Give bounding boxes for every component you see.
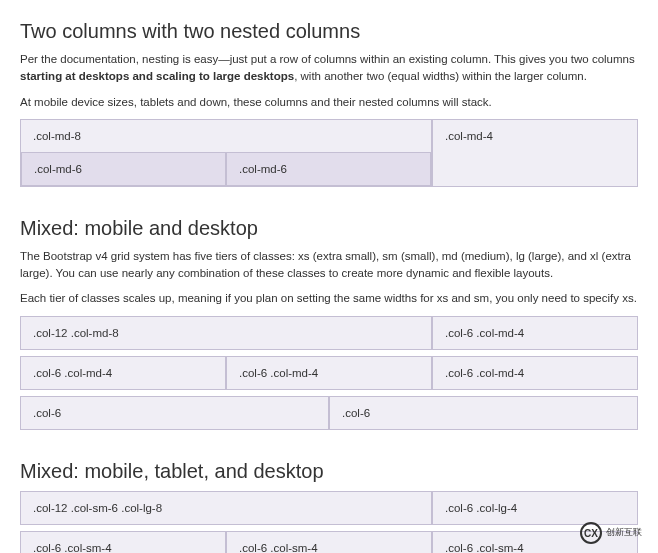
section-description-2: At mobile device sizes, tablets and down…	[20, 94, 638, 111]
column-label: .col-md-4	[445, 130, 493, 142]
column-label: .col-6 .col-md-4	[33, 367, 112, 379]
grid-column: .col-6 .col-md-4	[432, 356, 638, 390]
grid-row: .col-12 .col-sm-6 .col-lg-8 .col-6 .col-…	[20, 491, 638, 525]
nested-grid-row: .col-md-6 .col-md-6	[21, 152, 431, 186]
section-heading: Mixed: mobile and desktop	[20, 217, 638, 240]
grid-row: .col-12 .col-md-8 .col-6 .col-md-4	[20, 316, 638, 350]
section-heading: Two columns with two nested columns	[20, 20, 638, 43]
column-label: .col-md-6	[239, 163, 287, 175]
mixed-mobile-desktop-section: Mixed: mobile and desktop The Bootstrap …	[20, 217, 638, 430]
grid-column: .col-6	[329, 396, 638, 430]
section-description-2: Each tier of classes scales up, meaning …	[20, 290, 638, 307]
column-label: .col-6	[33, 407, 61, 419]
grid-column: .col-6 .col-md-4	[432, 316, 638, 350]
grid-column: .col-12 .col-md-8	[20, 316, 432, 350]
column-label: .col-6 .col-sm-4	[33, 542, 112, 554]
watermark-logo: CX 创新互联	[580, 521, 650, 545]
column-label: .col-md-6	[34, 163, 82, 175]
grid-column: .col-6 .col-sm-4	[226, 531, 432, 554]
grid-column: .col-12 .col-sm-6 .col-lg-8	[20, 491, 432, 525]
grid-row: .col-md-8 .col-md-6 .col-md-6 .col-md-4	[20, 119, 638, 187]
grid-row: .col-6 .col-sm-4 .col-6 .col-sm-4 .col-6…	[20, 531, 638, 554]
grid-column: .col-6 .col-md-4	[226, 356, 432, 390]
grid-column: .col-6	[20, 396, 329, 430]
column-label: .col-12 .col-sm-6 .col-lg-8	[33, 502, 162, 514]
column-label: .col-6 .col-md-4	[445, 327, 524, 339]
column-label: .col-6 .col-sm-4	[445, 542, 524, 554]
section-description: Per the documentation, nesting is easy—j…	[20, 51, 638, 86]
section-description: The Bootstrap v4 grid system has five ti…	[20, 248, 638, 283]
column-label: .col-md-8	[33, 130, 81, 142]
column-label: .col-6 .col-md-4	[445, 367, 524, 379]
column-label: .col-12 .col-md-8	[33, 327, 119, 339]
grid-column: .col-6 .col-lg-4	[432, 491, 638, 525]
grid-row: .col-6 .col-6	[20, 396, 638, 430]
column-label: .col-6 .col-lg-4	[445, 502, 517, 514]
column-label: .col-6 .col-md-4	[239, 367, 318, 379]
grid-row: .col-6 .col-md-4 .col-6 .col-md-4 .col-6…	[20, 356, 638, 390]
grid-column: .col-md-8 .col-md-6 .col-md-6	[20, 119, 432, 187]
column-label: .col-6 .col-sm-4	[239, 542, 318, 554]
column-label: .col-6	[342, 407, 370, 419]
section-heading: Mixed: mobile, tablet, and desktop	[20, 460, 638, 483]
logo-text: 创新互联	[606, 528, 642, 538]
grid-column: .col-md-4	[432, 119, 638, 187]
nested-grid-column: .col-md-6	[226, 152, 431, 186]
nested-grid-column: .col-md-6	[21, 152, 226, 186]
nested-columns-section: Two columns with two nested columns Per …	[20, 20, 638, 187]
logo-icon: CX	[580, 522, 602, 544]
grid-column: .col-6 .col-md-4	[20, 356, 226, 390]
mixed-mobile-tablet-desktop-section: Mixed: mobile, tablet, and desktop .col-…	[20, 460, 638, 554]
grid-column: .col-6 .col-sm-4	[20, 531, 226, 554]
